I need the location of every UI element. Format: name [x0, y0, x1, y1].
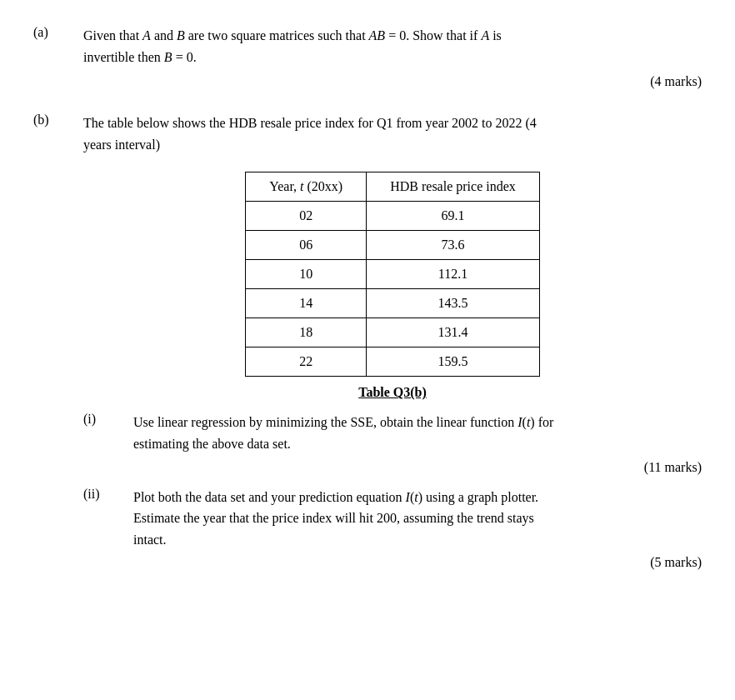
- table-cell-year: 18: [246, 318, 367, 348]
- marks-a-text: (4 marks): [650, 74, 702, 89]
- content-b: The table below shows the HDB resale pri…: [83, 112, 702, 575]
- table-cell-year: 10: [246, 260, 367, 289]
- question-b-text2: years interval): [83, 134, 702, 156]
- col-header-year: Year, t (20xx): [246, 172, 367, 202]
- question-b-text1: The table below shows the HDB resale pri…: [83, 112, 702, 134]
- table-cell-year: 14: [246, 289, 367, 318]
- table-row: 18131.4: [246, 318, 540, 348]
- table-cell-index: 73.6: [367, 231, 540, 260]
- table-cell-year: 06: [246, 231, 367, 260]
- label-i: (i): [83, 412, 133, 427]
- table-container: Year, t (20xx) HDB resale price index 02…: [83, 172, 702, 400]
- table-cell-index: 159.5: [367, 348, 540, 377]
- table-cell-index: 131.4: [367, 318, 540, 348]
- sub-ii-text2: Estimate the year that the price index w…: [133, 508, 702, 529]
- question-a-text1: Given that A and B are two square matric…: [83, 25, 702, 47]
- marks-ii: (5 marks): [83, 555, 702, 570]
- sub-i-text2: estimating the above data set.: [133, 433, 702, 455]
- table-cell-index: 69.1: [367, 202, 540, 231]
- table-row: 0269.1: [246, 202, 540, 231]
- table-row: 22159.5: [246, 348, 540, 377]
- data-table: Year, t (20xx) HDB resale price index 02…: [245, 172, 540, 377]
- label-ii: (ii): [83, 487, 133, 502]
- sub-ii-text1: Plot both the data set and your predicti…: [133, 487, 702, 508]
- table-row: 10112.1: [246, 260, 540, 289]
- question-a: (a) Given that A and B are two square ma…: [33, 25, 702, 89]
- col-header-index: HDB resale price index: [367, 172, 540, 202]
- table-row: 14143.5: [246, 289, 540, 318]
- table-row: 0673.6: [246, 231, 540, 260]
- sub-i-text1: Use linear regression by minimizing the …: [133, 412, 702, 433]
- table-cell-year: 22: [246, 348, 367, 377]
- marks-ii-text: (5 marks): [650, 555, 702, 570]
- table-cell-index: 143.5: [367, 289, 540, 318]
- sub-question-ii: (ii) Plot both the data set and your pre…: [83, 487, 702, 551]
- label-b: (b): [33, 112, 83, 128]
- question-b: (b) The table below shows the HDB resale…: [33, 112, 702, 575]
- table-cell-year: 02: [246, 202, 367, 231]
- sub-ii-text3: intact.: [133, 529, 702, 551]
- marks-a: (4 marks): [33, 74, 702, 89]
- content-i: Use linear regression by minimizing the …: [133, 412, 702, 454]
- content-a: Given that A and B are two square matric…: [83, 25, 702, 68]
- marks-i-text: (11 marks): [644, 460, 702, 475]
- table-caption: Table Q3(b): [358, 385, 427, 400]
- question-a-text2: invertible then B = 0.: [83, 47, 702, 68]
- content-ii: Plot both the data set and your predicti…: [133, 487, 702, 551]
- marks-i: (11 marks): [83, 460, 702, 475]
- sub-question-i: (i) Use linear regression by minimizing …: [83, 412, 702, 454]
- table-cell-index: 112.1: [367, 260, 540, 289]
- label-a: (a): [33, 25, 83, 40]
